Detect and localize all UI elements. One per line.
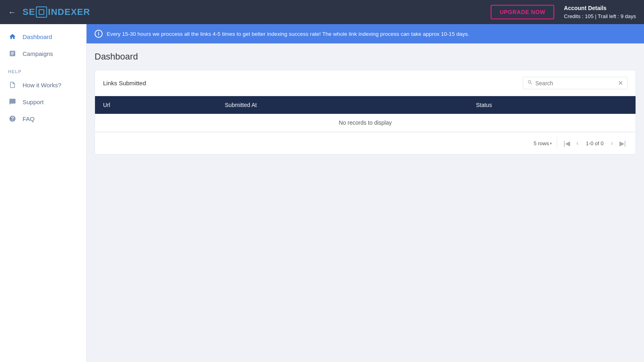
- faq-icon: [8, 115, 17, 122]
- rows-count: 5 rows: [534, 140, 549, 146]
- sidebar-item-support[interactable]: Support: [0, 93, 86, 110]
- account-details: Account Details Credits : 105 | Trail le…: [564, 4, 636, 21]
- pagination: 5 rows ▾ |◀ ‹ 1-0 of 0 › ▶|: [95, 132, 636, 154]
- search-icon: [527, 80, 533, 86]
- sidebar-item-faq[interactable]: FAQ: [0, 110, 86, 127]
- sidebar: Dashboard Campaigns HELP How it Works? S…: [0, 24, 87, 362]
- info-icon: i: [95, 30, 103, 38]
- rows-per-page: 5 rows ▾: [534, 140, 552, 146]
- main-content: i Every 15-30 hours we proccess all the …: [87, 24, 644, 362]
- topnav: ← SE INDEXER UPGRADE NOW Account Details…: [0, 0, 644, 24]
- col-url: Url: [95, 96, 217, 114]
- search-box[interactable]: ✕: [523, 77, 627, 89]
- first-page-button[interactable]: |◀: [562, 139, 572, 148]
- table-header: Links Submitted ✕: [95, 70, 636, 96]
- links-table: Url Submitted At Status No records to di…: [95, 96, 636, 132]
- search-clear-button[interactable]: ✕: [618, 79, 623, 87]
- next-page-button[interactable]: ›: [609, 139, 615, 148]
- banner-message: Every 15-30 hours we proccess all the li…: [107, 31, 469, 37]
- sidebar-how-it-works-label: How it Works?: [23, 82, 61, 88]
- logo-indexer-text: INDEXER: [48, 7, 90, 17]
- col-status: Status: [468, 96, 636, 114]
- col-submitted-at: Submitted At: [217, 96, 468, 114]
- sidebar-dashboard-label: Dashboard: [23, 33, 52, 40]
- last-page-button[interactable]: ▶|: [618, 139, 627, 148]
- no-records-message: No records to display: [95, 114, 636, 132]
- sidebar-item-how-it-works[interactable]: How it Works?: [0, 76, 86, 93]
- account-title: Account Details: [564, 4, 636, 12]
- sidebar-item-campaigns[interactable]: Campaigns: [0, 45, 86, 62]
- upgrade-now-button[interactable]: UPGRADE NOW: [491, 5, 554, 19]
- info-banner: i Every 15-30 hours we proccess all the …: [87, 24, 644, 43]
- campaigns-icon: [8, 50, 17, 57]
- page-info: 1-0 of 0: [586, 140, 603, 146]
- table-header-row: Url Submitted At Status: [95, 96, 636, 114]
- table-title: Links Submitted: [103, 80, 146, 86]
- dashboard-content: Dashboard Links Submitted ✕ Url Submitte…: [87, 43, 644, 162]
- no-records-row: No records to display: [95, 114, 636, 132]
- help-section-label: HELP: [0, 62, 86, 76]
- rows-select-dropdown[interactable]: 5 rows ▾: [534, 140, 552, 146]
- logo-se-text: SE: [23, 7, 35, 17]
- page-title: Dashboard: [95, 51, 636, 62]
- logo-icon: [36, 6, 47, 18]
- chevron-down-icon: ▾: [550, 141, 552, 146]
- logo: SE INDEXER: [23, 6, 90, 18]
- search-input[interactable]: [535, 80, 615, 86]
- links-submitted-card: Links Submitted ✕ Url Submitted At Statu…: [95, 70, 636, 154]
- home-icon: [8, 33, 17, 40]
- sidebar-support-label: Support: [23, 99, 44, 105]
- back-button[interactable]: ←: [8, 8, 16, 17]
- how-it-works-icon: [8, 81, 17, 88]
- sidebar-campaigns-label: Campaigns: [23, 50, 53, 57]
- divider: [557, 137, 557, 149]
- sidebar-item-dashboard[interactable]: Dashboard: [0, 28, 86, 45]
- prev-page-button[interactable]: ‹: [575, 139, 580, 148]
- sidebar-faq-label: FAQ: [23, 115, 35, 122]
- support-icon: [8, 98, 17, 105]
- account-credits: Credits : 105 | Trail left : 9 days: [564, 12, 636, 21]
